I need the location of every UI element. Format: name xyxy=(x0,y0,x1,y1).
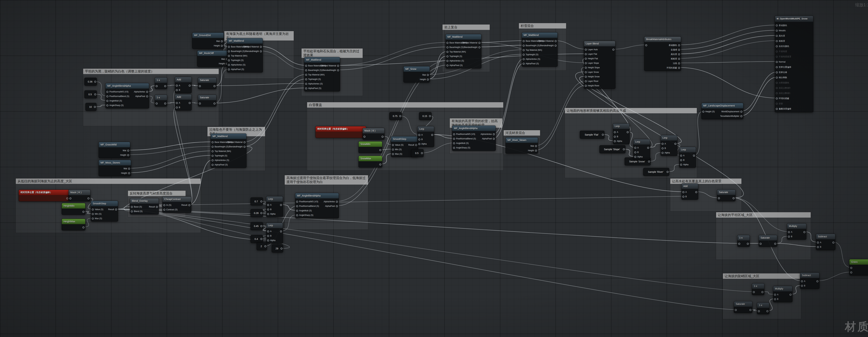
output-pin[interactable] xyxy=(337,65,339,67)
node-header[interactable]: MF_Moss_Stones xyxy=(99,160,131,165)
input-pin[interactable] xyxy=(267,213,269,215)
input-pin[interactable] xyxy=(364,136,365,138)
node-mf_matblend_2[interactable]: MF_MatBlendBase Material (MA)BaseHeight … xyxy=(304,57,340,91)
node-mf_matblend_4[interactable]: MF_MatBlendBase Material (MA)BaseHeight … xyxy=(522,32,558,67)
node-oneminus_5[interactable]: 1-x xyxy=(757,302,769,314)
node-header[interactable]: MF_AngleBlendAlpha xyxy=(105,83,149,89)
input-pin[interactable] xyxy=(212,159,214,161)
node-header[interactable]: Lerp xyxy=(417,127,434,132)
input-pin[interactable] xyxy=(801,285,803,287)
input-pin[interactable] xyxy=(176,102,178,104)
node-header[interactable]: M_OpenWorldMultiPE_Snow xyxy=(775,16,813,22)
output-pin[interactable] xyxy=(695,191,697,193)
node-mf_matblend_3[interactable]: MF_MatBlendBase Material (MA)BaseHeight … xyxy=(445,34,482,68)
output-pin[interactable] xyxy=(678,49,680,51)
output-pin[interactable] xyxy=(623,148,625,150)
input-pin[interactable] xyxy=(446,64,448,66)
input-pin[interactable] xyxy=(718,197,720,199)
node-cheap_contrast[interactable]: CheapContrastIn (S)Contrast (S)Result xyxy=(162,196,191,213)
output-pin[interactable] xyxy=(260,212,262,214)
node-const_036[interactable]: 0.36 xyxy=(84,78,97,86)
input-pin[interactable] xyxy=(614,136,616,138)
input-pin[interactable] xyxy=(418,139,420,140)
input-pin[interactable] xyxy=(176,85,178,87)
node-header[interactable]: 1-x xyxy=(155,95,167,100)
output-pin[interactable] xyxy=(214,85,215,87)
output-pin[interactable] xyxy=(666,171,669,173)
node-header[interactable]: Add xyxy=(175,77,191,82)
input-pin[interactable] xyxy=(523,49,525,51)
input-pin[interactable] xyxy=(585,53,587,55)
output-pin[interactable] xyxy=(164,85,166,87)
node-blend_overlay[interactable]: Blend_OverlayBase (S)Blend (S)Result xyxy=(130,198,159,215)
node-header[interactable]: MF_MatBlend xyxy=(446,34,481,39)
output-pin[interactable] xyxy=(146,95,148,97)
input-pin[interactable] xyxy=(776,108,778,110)
output-pin[interactable] xyxy=(260,50,262,52)
output-pin[interactable] xyxy=(740,111,742,113)
output-pin[interactable] xyxy=(94,106,96,108)
node-header[interactable]: Blend_Overlay xyxy=(130,198,159,204)
output-pin[interactable] xyxy=(733,197,735,199)
node-add_2[interactable]: AddAB xyxy=(175,94,192,111)
output-pin[interactable] xyxy=(555,40,557,42)
input-pin[interactable] xyxy=(585,67,587,69)
input-pin[interactable] xyxy=(453,133,455,135)
input-pin[interactable] xyxy=(776,92,778,94)
input-pin[interactable] xyxy=(446,42,448,44)
node-header[interactable]: MF_MatBlend xyxy=(522,32,557,38)
input-pin[interactable] xyxy=(738,243,740,245)
output-pin[interactable] xyxy=(535,145,537,147)
input-pin[interactable] xyxy=(267,230,269,232)
input-pin[interactable] xyxy=(446,47,448,48)
node-header[interactable]: Mask ( R ) xyxy=(69,190,90,195)
node-header[interactable]: Lerp xyxy=(613,123,629,129)
node-saturate_1[interactable]: Saturate xyxy=(198,77,216,89)
node-lerp_c1[interactable]: LerpABAlpha xyxy=(266,196,283,217)
input-pin[interactable] xyxy=(212,164,214,166)
input-pin[interactable] xyxy=(453,142,455,144)
input-pin[interactable] xyxy=(753,291,755,293)
input-pin[interactable] xyxy=(228,50,230,52)
output-pin[interactable] xyxy=(535,150,537,151)
node-lerp_h3[interactable]: LerpABAlpha xyxy=(660,135,677,156)
node-header[interactable]: CheapContrast xyxy=(162,197,191,202)
node-header[interactable]: 1-x xyxy=(757,303,769,308)
input-pin[interactable] xyxy=(682,191,684,193)
output-pin[interactable] xyxy=(381,136,383,138)
node-header[interactable]: Saturate xyxy=(734,301,752,307)
input-pin[interactable] xyxy=(585,85,587,87)
node-header[interactable]: Mask ( B ) xyxy=(363,128,384,134)
output-pin[interactable] xyxy=(146,91,148,93)
node-mask_r[interactable]: Mask ( R ) xyxy=(68,190,90,201)
input-pin[interactable] xyxy=(776,87,778,89)
output-pin[interactable] xyxy=(762,291,763,293)
output-pin[interactable] xyxy=(83,211,84,213)
input-pin[interactable] xyxy=(392,149,394,150)
input-pin[interactable] xyxy=(776,82,778,84)
node-header[interactable]: MF_MatBlend xyxy=(227,38,262,44)
input-pin[interactable] xyxy=(176,107,178,108)
node-header[interactable]: Lerp xyxy=(633,139,650,145)
output-pin[interactable] xyxy=(164,103,166,105)
input-pin[interactable] xyxy=(776,25,778,26)
input-pin[interactable] xyxy=(776,30,778,32)
input-pin[interactable] xyxy=(585,62,587,64)
input-pin[interactable] xyxy=(776,40,778,42)
node-grass_node[interactable]: Grass xyxy=(849,259,868,276)
input-pin[interactable] xyxy=(702,111,704,113)
output-pin[interactable] xyxy=(478,47,480,48)
node-header[interactable]: 绝对世界位置（包含材质偏移） xyxy=(316,127,366,132)
input-pin[interactable] xyxy=(776,51,778,53)
input-pin[interactable] xyxy=(776,97,778,100)
input-pin[interactable] xyxy=(774,298,776,300)
node-mf_river[interactable]: MF_River_SteamMatHeight xyxy=(505,137,538,153)
input-pin[interactable] xyxy=(267,204,269,206)
input-pin[interactable] xyxy=(199,103,201,105)
node-snow_min[interactable]: SnowMin xyxy=(359,141,382,153)
output-pin[interactable] xyxy=(260,225,262,227)
input-pin[interactable] xyxy=(156,85,158,87)
node-const_10[interactable]: 10 xyxy=(85,103,96,111)
node-header[interactable]: Add xyxy=(175,94,191,100)
input-pin[interactable] xyxy=(163,204,165,206)
